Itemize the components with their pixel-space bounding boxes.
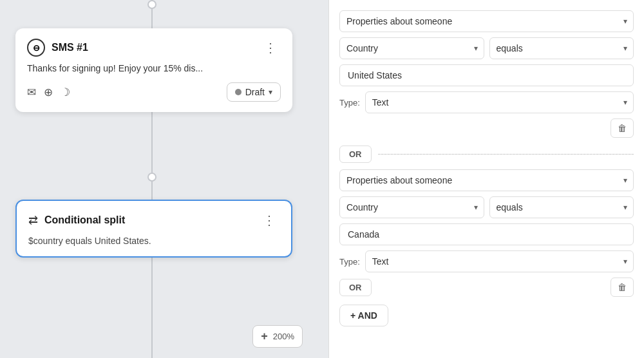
sms-action-icons: ✉ ⊕ ☽	[27, 86, 70, 99]
draft-button[interactable]: Draft ▾	[227, 82, 281, 102]
type-label-1: Type:	[339, 98, 360, 108]
type-select-1[interactable]: Text	[365, 91, 634, 113]
country-select-wrapper-2: Country	[339, 196, 484, 218]
and-button[interactable]: + AND	[339, 305, 388, 326]
zoom-badge: + 200%	[252, 325, 303, 348]
type-row-2: Type: Text	[339, 250, 634, 272]
sms-more-button[interactable]: ⋮	[260, 39, 281, 57]
or-line-1	[378, 154, 634, 155]
value-input-2[interactable]	[339, 223, 634, 245]
moon-icon-btn[interactable]: ☽	[61, 86, 70, 99]
flow-dot-top	[147, 0, 156, 9]
or-button-2[interactable]: OR	[339, 279, 372, 296]
operator-select-2[interactable]: equals	[489, 196, 634, 218]
or-delete-row: OR 🗑	[339, 278, 634, 297]
or-separator-1: OR	[339, 146, 634, 163]
conditional-title-row: ⇄ Conditional split	[28, 213, 125, 227]
type-select-wrapper-1: Text	[365, 91, 634, 113]
filter-section-1: Properties about someone Country equals …	[339, 10, 634, 138]
operator-select-wrapper-2: equals	[489, 196, 634, 218]
type-label-2: Type:	[339, 257, 360, 267]
conditional-description: $country equals United States.	[28, 236, 279, 246]
sms-title-row: ⊖ SMS #1	[27, 39, 88, 57]
conditional-icon: ⇄	[28, 213, 38, 227]
properties-select-2[interactable]: Properties about someone	[339, 169, 634, 191]
country-operator-row-1: Country equals	[339, 37, 634, 59]
sms-card-header: ⊖ SMS #1 ⋮	[27, 39, 281, 57]
or-button-1[interactable]: OR	[339, 146, 372, 163]
delete-row-1: 🗑	[339, 118, 634, 138]
draft-label: Draft	[245, 87, 265, 97]
properties-select-wrapper-2: Properties about someone	[339, 169, 634, 191]
operator-select-1[interactable]: equals	[489, 37, 634, 59]
conditional-card-header: ⇄ Conditional split ⋮	[28, 211, 279, 229]
type-select-2[interactable]: Text	[365, 250, 634, 272]
delete-button-1[interactable]: 🗑	[611, 118, 634, 138]
zoom-plus-icon[interactable]: +	[261, 330, 268, 343]
type-row-1: Type: Text	[339, 91, 634, 113]
filter-section-2: Properties about someone Country equals …	[339, 169, 634, 297]
properties-select-1[interactable]: Properties about someone	[339, 10, 634, 32]
value-input-1[interactable]	[339, 64, 634, 86]
properties-select-wrapper-1: Properties about someone	[339, 10, 634, 32]
properties-row-1: Properties about someone	[339, 10, 634, 32]
operator-select-wrapper-1: equals	[489, 37, 634, 59]
country-operator-row-2: Country equals	[339, 196, 634, 218]
sms-card-title: SMS #1	[52, 42, 88, 53]
country-select-2[interactable]: Country	[339, 196, 484, 218]
attachment-icon-btn[interactable]: ⊕	[44, 86, 53, 99]
conditional-more-button[interactable]: ⋮	[259, 211, 279, 229]
right-panel: Properties about someone Country equals …	[328, 0, 644, 358]
sms-card: ⊖ SMS #1 ⋮ Thanks for signing up! Enjoy …	[15, 28, 292, 112]
sms-card-footer: ✉ ⊕ ☽ Draft ▾	[27, 82, 281, 102]
country-select-1[interactable]: Country	[339, 37, 484, 59]
conditional-split-card: ⇄ Conditional split ⋮ $country equals Un…	[15, 200, 292, 258]
conditional-card-title: Conditional split	[44, 214, 125, 226]
delete-button-2[interactable]: 🗑	[611, 278, 634, 297]
sms-icon: ⊖	[27, 39, 45, 57]
properties-row-2: Properties about someone	[339, 169, 634, 191]
draft-chevron-icon: ▾	[269, 88, 272, 97]
country-select-wrapper-1: Country	[339, 37, 484, 59]
email-icon-btn[interactable]: ✉	[27, 86, 36, 99]
type-select-wrapper-2: Text	[365, 250, 634, 272]
draft-status-dot	[235, 89, 242, 95]
left-panel: ⊖ SMS #1 ⋮ Thanks for signing up! Enjoy …	[0, 0, 328, 358]
zoom-level: 200%	[273, 332, 294, 341]
sms-message: Thanks for signing up! Enjoy your 15% di…	[27, 63, 281, 73]
flow-dot-mid	[147, 173, 156, 182]
